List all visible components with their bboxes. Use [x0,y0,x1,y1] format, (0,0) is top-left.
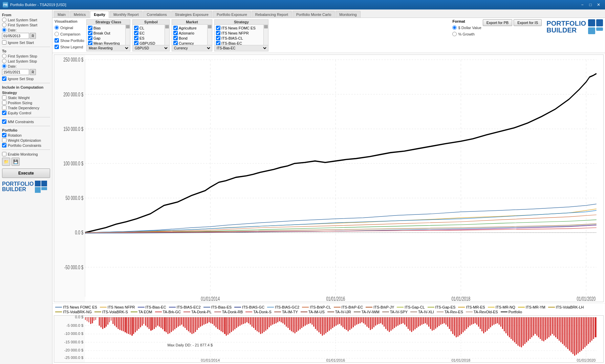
legend-line-volabrks [94,312,101,312]
strategy-class-list[interactable]: Bias Break Out Gap Mean Reverting [87,25,125,45]
position-sizing[interactable]: Position Sizing [2,100,50,105]
svg-rect-303 [523,317,524,346]
symbol-dropdown[interactable]: GBPUSD [133,45,169,51]
filter-its-news-fomc-es[interactable]: ITS News FOMC ES [215,25,263,30]
strategy-scrollbar[interactable] [263,25,268,45]
tab-portfolio-monte-carlo[interactable]: Portfolio Monte Carlo [293,11,335,18]
minimize-button[interactable]: − [579,2,586,8]
filter-cl[interactable]: CL [133,25,164,30]
filter-agriculture[interactable]: Agriculture [173,25,207,30]
svg-text:-15 000.0 $: -15 000.0 $ [64,340,83,344]
svg-rect-150 [260,317,261,334]
filter-bias[interactable]: Bias [87,25,125,30]
trade-dependency[interactable]: Trade Dependency [2,106,50,110]
svg-rect-108 [188,317,189,331]
svg-rect-279 [481,317,482,331]
svg-rect-265 [457,317,458,337]
from-date-input[interactable] [2,33,29,39]
filter-breakout[interactable]: Break Out [87,30,125,36]
to-date-input[interactable] [2,69,29,75]
save-icon[interactable]: 💾 [12,158,20,166]
maximize-button[interactable]: □ [587,2,594,8]
tab-rebalancing-report[interactable]: Rebalancing Report [252,11,292,18]
filter-its-bias-cl[interactable]: ITS-BIAS-CL [215,36,263,41]
svg-rect-134 [233,317,234,331]
weight-optimization[interactable]: Weight Optimization [2,138,50,142]
svg-rect-229 [396,317,397,327]
svg-rect-160 [277,317,278,322]
to-date-reset[interactable]: R [30,69,36,75]
show-legend[interactable]: Show Legend [55,45,84,49]
percent-growth-radio[interactable]: % Growth [452,32,481,36]
filter-its-bias-ec[interactable]: ITS-Bias-EC [215,41,263,45]
tab-monitoring[interactable]: Monitoring [336,11,360,18]
svg-rect-257 [444,317,445,323]
logo-cell-3 [35,187,41,193]
tab-monthly-report[interactable]: Monthly Report [110,11,143,18]
mm-constraints[interactable]: MM Constraints [2,119,50,124]
svg-rect-111 [193,317,194,333]
strategy-dropdown[interactable]: ITS-Bias-EC [215,45,268,51]
filter-es[interactable]: ES [133,36,164,41]
tab-strategies-exposure[interactable]: Strategies Exposure [171,11,212,18]
strategy-class-dropdown[interactable]: Mean Reverting [87,45,130,51]
equity-control[interactable]: Equity Control [2,111,50,115]
viz-comparison[interactable]: Comparison [55,32,84,36]
filter-gap[interactable]: Gap [87,36,125,41]
tab-main[interactable]: Main [54,11,69,18]
to-last-system-stop[interactable]: Last System Stop [2,59,50,63]
tab-metrics[interactable]: Metrics [70,11,89,18]
svg-rect-324 [559,317,560,341]
to-date-radio[interactable]: Date: [2,64,50,68]
svg-rect-185 [320,317,321,334]
svg-rect-113 [197,317,198,330]
ignore-set-stop[interactable]: Ignore Set Stop [2,76,50,81]
svg-rect-179 [310,317,311,323]
dollar-value-radio[interactable]: $ Dollar Value [452,25,481,30]
svg-text:01/01/2020: 01/01/2020 [577,358,596,362]
svg-rect-154 [267,317,268,329]
ignore-set-start[interactable]: Ignore Set Start [2,40,50,45]
execute-button[interactable]: Execute [2,168,50,178]
market-dropdown[interactable]: Currency [172,45,212,51]
to-first-system-stop[interactable]: First System Stop [2,54,50,58]
market-scrollbar[interactable] [207,25,212,45]
svg-rect-345 [595,317,597,337]
export-is-button[interactable]: Export for IS [514,19,542,26]
show-portfolio[interactable]: Show Portfolio [55,38,84,43]
filter-gbpusd[interactable]: GBPUSD [133,41,164,45]
static-weight[interactable]: Static Weight [2,95,50,100]
symbol-list[interactable]: CL EC ES GBPUSD [133,25,165,45]
tab-correlations[interactable]: Correlations [143,11,171,18]
svg-rect-340 [586,317,587,346]
export-pb-button[interactable]: Export for PB [483,19,512,26]
svg-rect-220 [380,317,381,323]
svg-rect-211 [365,317,366,325]
close-button[interactable]: ✕ [595,2,602,8]
tab-equity[interactable]: Equity [90,11,109,18]
strategy-list[interactable]: ITS News FOMC ES ITS News NFPR ITS-BIAS-… [215,25,263,45]
filter-currency[interactable]: Currency [173,41,207,45]
from-date-radio[interactable]: Date: [2,28,50,32]
strategy-class-scrollbar[interactable] [125,25,130,45]
from-last-system-start[interactable]: Last System Start [2,18,50,22]
filter-ec[interactable]: EC [133,30,164,36]
market-list[interactable]: Agriculture Azionario Bond Currency [172,25,207,45]
from-date-reset[interactable]: R [30,33,36,39]
folder-icon[interactable]: 📁 [2,158,10,166]
filter-azionario[interactable]: Azionario [173,30,207,36]
svg-rect-53 [92,317,93,323]
svg-rect-143 [248,317,249,323]
rotation[interactable]: Rotation [2,133,50,137]
from-first-system-start[interactable]: First System Start [2,23,50,27]
tab-portfolio-exposure[interactable]: Portfolio Exposure [213,11,251,18]
enable-monitoring[interactable]: Enable Monitoring [2,152,50,156]
portfolio-constraints[interactable]: Portfolio Constraints [2,143,50,147]
filter-mean-reverting[interactable]: Mean Reverting [87,41,125,45]
filter-bond[interactable]: Bond [173,36,207,41]
symbol-scrollbar[interactable] [165,25,169,45]
svg-rect-200 [346,317,347,330]
strategy-content: ITS News FOMC ES ITS News NFPR ITS-BIAS-… [215,25,268,45]
filter-its-news-nfpr[interactable]: ITS News NFPR [215,30,263,36]
viz-original[interactable]: Original [55,25,84,30]
